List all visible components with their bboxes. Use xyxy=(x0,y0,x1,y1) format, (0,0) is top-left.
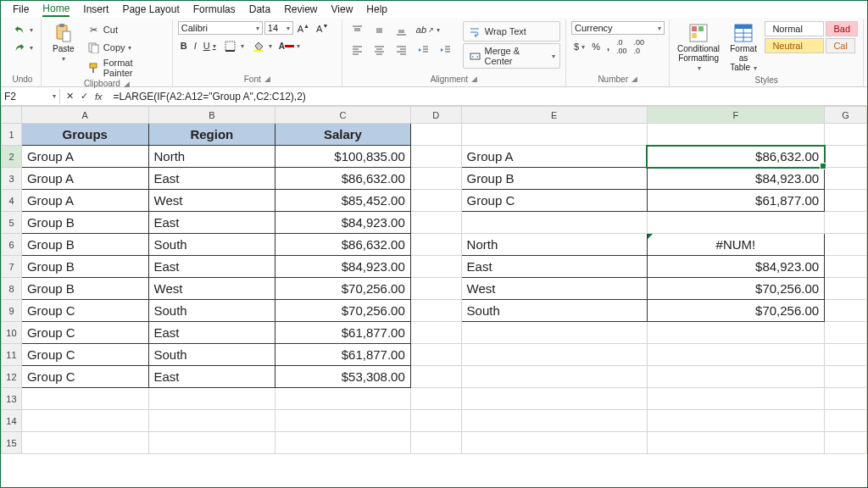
cell-d3[interactable] xyxy=(410,168,461,190)
cell-e5[interactable] xyxy=(461,212,647,234)
format-as-table-button[interactable]: Format as Table ▾ xyxy=(726,21,762,75)
align-top-button[interactable] xyxy=(348,21,368,38)
cell-c2[interactable]: $100,835.00 xyxy=(275,146,411,168)
cell-g9[interactable] xyxy=(825,300,867,322)
cell-b3[interactable]: East xyxy=(148,168,275,190)
row-header-10[interactable]: 10 xyxy=(2,322,22,344)
cell-f2[interactable]: $86,632.00 xyxy=(647,146,824,168)
cell-f11[interactable] xyxy=(647,344,824,366)
cell-f9[interactable]: $70,256.00 xyxy=(647,300,824,322)
cell-b14[interactable] xyxy=(148,410,275,432)
cell-e8[interactable]: West xyxy=(461,278,647,300)
cut-button[interactable]: ✂Cut xyxy=(84,21,167,38)
menu-home[interactable]: Home xyxy=(36,1,76,19)
align-center-button[interactable] xyxy=(370,41,390,58)
cell-g13[interactable] xyxy=(825,388,867,410)
cell-e11[interactable] xyxy=(461,344,647,366)
increase-font-button[interactable]: A▲ xyxy=(295,22,312,35)
cell-a6[interactable]: Group B xyxy=(21,234,148,256)
menu-file[interactable]: File xyxy=(6,2,36,17)
cell-d12[interactable] xyxy=(410,366,461,388)
spreadsheet-grid[interactable]: A B C D E F G 1GroupsRegionSalary2Group … xyxy=(1,106,867,488)
cell-g15[interactable] xyxy=(825,432,867,454)
row-header-7[interactable]: 7 xyxy=(2,256,22,278)
italic-button[interactable]: I xyxy=(192,40,199,52)
decrease-indent-button[interactable] xyxy=(414,41,434,58)
cell-c10[interactable]: $61,877.00 xyxy=(275,322,411,344)
cell-b5[interactable]: East xyxy=(148,212,275,234)
cell-f14[interactable] xyxy=(647,410,824,432)
cell-f10[interactable] xyxy=(647,322,824,344)
cell-g6[interactable] xyxy=(825,234,867,256)
cell-c1[interactable]: Salary xyxy=(275,124,411,146)
alignment-launcher[interactable]: ◢ xyxy=(471,75,477,83)
cell-a4[interactable]: Group A xyxy=(21,190,148,212)
conditional-formatting-button[interactable]: Conditional Formatting ▾ xyxy=(675,21,721,75)
cell-b10[interactable]: East xyxy=(148,322,275,344)
cell-a2[interactable]: Group A xyxy=(21,146,148,168)
menu-help[interactable]: Help xyxy=(359,2,394,17)
cell-b12[interactable]: East xyxy=(148,366,275,388)
cell-c14[interactable] xyxy=(275,410,411,432)
number-launcher[interactable]: ◢ xyxy=(632,75,637,83)
cell-d4[interactable] xyxy=(410,190,461,212)
cell-g14[interactable] xyxy=(825,410,867,432)
select-all-corner[interactable] xyxy=(2,107,22,124)
cell-c6[interactable]: $86,632.00 xyxy=(275,234,411,256)
cell-g4[interactable] xyxy=(825,190,867,212)
cell-b8[interactable]: West xyxy=(148,278,275,300)
cell-e6[interactable]: North xyxy=(461,234,647,256)
cell-c12[interactable]: $53,308.00 xyxy=(275,366,411,388)
wrap-text-button[interactable]: Wrap Text xyxy=(463,21,560,42)
cell-f3[interactable]: $84,923.00 xyxy=(647,168,824,190)
menu-view[interactable]: View xyxy=(325,2,360,17)
cell-d11[interactable] xyxy=(410,344,461,366)
row-header-4[interactable]: 4 xyxy=(2,190,22,212)
cell-a5[interactable]: Group B xyxy=(21,212,148,234)
row-header-5[interactable]: 5 xyxy=(2,212,22,234)
undo-button[interactable]: ▾ xyxy=(9,21,36,38)
align-left-button[interactable] xyxy=(348,41,368,58)
accounting-format-button[interactable]: $▾ xyxy=(571,41,587,53)
row-header-2[interactable]: 2 xyxy=(2,146,22,168)
cell-a11[interactable]: Group C xyxy=(21,344,148,366)
cell-c7[interactable]: $84,923.00 xyxy=(275,256,411,278)
cell-e9[interactable]: South xyxy=(461,300,647,322)
font-size-select[interactable]: 14▾ xyxy=(264,21,293,35)
font-launcher[interactable]: ◢ xyxy=(264,75,270,83)
cell-e12[interactable] xyxy=(461,366,647,388)
cell-f12[interactable] xyxy=(647,366,824,388)
name-box[interactable]: F2▾ xyxy=(1,89,60,104)
comma-button[interactable]: , xyxy=(604,41,612,53)
cell-d13[interactable] xyxy=(410,388,461,410)
cell-f6[interactable]: #NUM! xyxy=(647,234,824,256)
cell-e1[interactable] xyxy=(461,124,647,146)
col-header-b[interactable]: B xyxy=(148,107,275,124)
cell-d9[interactable] xyxy=(410,300,461,322)
cell-g2[interactable] xyxy=(825,146,867,168)
row-header-6[interactable]: 6 xyxy=(2,234,22,256)
cell-d2[interactable] xyxy=(410,146,461,168)
cell-d5[interactable] xyxy=(410,212,461,234)
cell-d1[interactable] xyxy=(410,124,461,146)
cell-style-normal[interactable]: Normal xyxy=(765,21,824,36)
cell-a15[interactable] xyxy=(21,432,148,454)
cell-c8[interactable]: $70,256.00 xyxy=(275,278,411,300)
menu-data[interactable]: Data xyxy=(242,2,277,17)
cell-b6[interactable]: South xyxy=(148,234,275,256)
merge-center-button[interactable]: Merge & Center▾ xyxy=(463,43,560,69)
cell-e10[interactable] xyxy=(461,322,647,344)
row-header-11[interactable]: 11 xyxy=(2,344,22,366)
cell-c11[interactable]: $61,877.00 xyxy=(275,344,411,366)
cell-a10[interactable]: Group C xyxy=(21,322,148,344)
redo-button[interactable]: ▾ xyxy=(9,39,36,56)
cell-c3[interactable]: $86,632.00 xyxy=(275,168,411,190)
cell-c9[interactable]: $70,256.00 xyxy=(275,300,411,322)
cell-g12[interactable] xyxy=(825,366,867,388)
cell-f4[interactable]: $61,877.00 xyxy=(647,190,824,212)
cell-a7[interactable]: Group B xyxy=(21,256,148,278)
row-header-8[interactable]: 8 xyxy=(2,278,22,300)
increase-decimal-button[interactable]: .0.00 xyxy=(614,37,630,56)
cell-b15[interactable] xyxy=(148,432,275,454)
cell-g10[interactable] xyxy=(825,322,867,344)
